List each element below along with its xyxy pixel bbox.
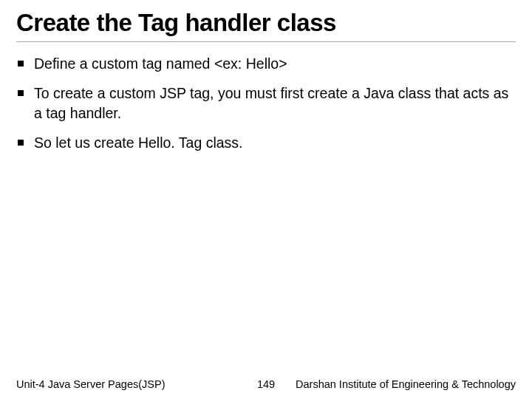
bullet-text: So let us create Hello. Tag class.: [34, 133, 516, 152]
bullet-item: Define a custom tag named <ex: Hello>: [16, 54, 516, 73]
bullet-item: To create a custom JSP tag, you must fir…: [16, 83, 516, 123]
slide-footer: Unit-4 Java Server Pages(JSP) 149 Darsha…: [0, 378, 532, 390]
bullet-marker-icon: [18, 140, 24, 146]
slide-content: Define a custom tag named <ex: Hello> To…: [16, 54, 516, 399]
bullet-item: So let us create Hello. Tag class.: [16, 133, 516, 152]
footer-institute-label: Darshan Institute of Engineering & Techn…: [296, 378, 516, 390]
bullet-marker-icon: [18, 61, 24, 66]
footer-unit-label: Unit-4 Java Server Pages(JSP): [16, 378, 165, 390]
bullet-text: Define a custom tag named <ex: Hello>: [34, 54, 516, 73]
slide-title: Create the Tag handler class: [16, 9, 516, 42]
footer-page-number: 149: [257, 378, 275, 390]
bullet-text: To create a custom JSP tag, you must fir…: [34, 83, 516, 123]
bullet-marker-icon: [18, 90, 24, 96]
slide: Create the Tag handler class Define a cu…: [0, 0, 532, 399]
